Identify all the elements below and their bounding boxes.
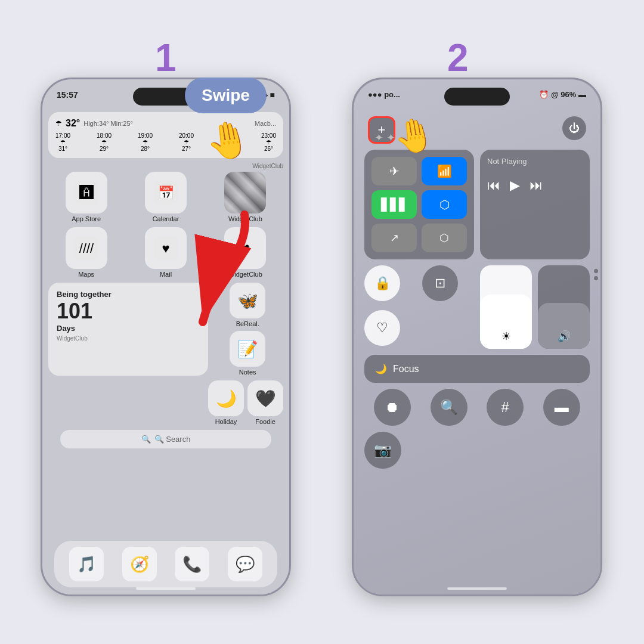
svg-text:♥: ♥ (241, 239, 250, 257)
weather-icon: ☂ (55, 119, 62, 128)
days-widget[interactable]: Being together 101 Days WidgetClub (48, 283, 208, 376)
hotspot-btn[interactable]: ⬡ (422, 224, 467, 252)
volume-icon: 🔊 (558, 330, 571, 343)
battery-btn[interactable]: ▬ (543, 389, 580, 426)
search-placeholder: 🔍 Search (154, 435, 191, 444)
dock-phone[interactable]: 📞 (175, 547, 209, 581)
hand-cursor-1: 🤚 (202, 116, 253, 165)
focus-btn[interactable]: 🌙 Focus (364, 355, 590, 383)
app-store-icon[interactable]: 🅰 (66, 172, 107, 213)
widgetclub-label-top: WidgetClub (48, 163, 283, 169)
bluetooth-btn[interactable]: ⬡ (422, 190, 467, 219)
svg-text:🅰: 🅰 (79, 184, 94, 200)
dock-music[interactable]: 🎵 (69, 547, 104, 581)
calendar-item[interactable]: 📅 Calendar (128, 172, 203, 222)
bereal-label: BeReal. (236, 320, 259, 327)
bereal-icon[interactable]: 🦋 (230, 283, 265, 318)
time-display: 15:57 (57, 90, 78, 100)
volume-slider[interactable]: 🔊 (538, 265, 590, 349)
search-icon: 🔍 (141, 435, 151, 444)
step-number-1: 1 (155, 36, 177, 80)
search-bar[interactable]: 🔍 🔍 Search (60, 430, 271, 448)
maps-label: Maps (78, 271, 94, 278)
cc-statusbar: ●●● po... ⏰ @ 96% ▬ (368, 90, 586, 99)
foodie-label: Foodie (255, 418, 275, 425)
days-text: Days (57, 324, 200, 333)
widgetclub-label2: WidgetClub (228, 271, 262, 278)
cc-battery: ⏰ @ 96% ▬ (539, 90, 586, 99)
widgetclub-item2[interactable]: ♥ WidgetClub (208, 227, 283, 278)
swipe-bubble: Swipe (185, 78, 267, 113)
cc-camera-row: 📷 (364, 432, 590, 469)
days-together-text: Being together (57, 290, 200, 299)
maps-item[interactable]: //// Maps (48, 227, 124, 278)
record-btn[interactable]: ⏺ (374, 389, 411, 426)
mail-icon[interactable]: ♥ (145, 227, 187, 269)
app-row-2: //// Maps ♥ Mail (48, 227, 283, 278)
airplane-btn[interactable]: ✈ (371, 157, 417, 185)
widgetclub-icon2[interactable]: ♥ (224, 227, 266, 269)
not-playing-label: Not Playing (487, 157, 583, 166)
focus-moon-icon: 🌙 (375, 363, 387, 374)
cellular-btn[interactable]: ▋▋▋ (371, 190, 417, 219)
phone2-screen: ●●● po... ⏰ @ 96% ▬ + ⏻ ✈ 📶 ▋▋▋ ⬡ (354, 79, 600, 595)
calendar-label: Calendar (153, 215, 179, 222)
foodie-icon[interactable]: 🖤 (247, 380, 283, 416)
notes-item[interactable]: 📝 Notes (212, 331, 283, 376)
phone-2: ●●● po... ⏰ @ 96% ▬ + ⏻ ✈ 📶 ▋▋▋ ⬡ (352, 78, 602, 596)
camera-btn[interactable]: 📷 (364, 432, 401, 469)
calculator-btn[interactable]: # (487, 389, 524, 426)
heart-btn[interactable]: ♡ (364, 310, 400, 346)
dock-safari[interactable]: 🧭 (122, 547, 157, 581)
mail-label: Mail (160, 271, 172, 278)
calendar-icon[interactable]: 📅 (145, 172, 187, 213)
svg-text:♥: ♥ (162, 241, 169, 256)
rotation-lock-btn[interactable]: 🔒 (364, 265, 400, 301)
holiday-item[interactable]: 🌙 Holiday (208, 380, 244, 425)
brightness-icon: ☀ (501, 330, 511, 343)
notes-label: Notes (239, 369, 256, 376)
power-btn-2[interactable] (600, 145, 602, 187)
wifi-btn[interactable]: 📶 (422, 157, 467, 185)
app-store-label: App Store (72, 215, 101, 222)
prev-btn[interactable]: ⏮ (487, 178, 500, 193)
dock-messages[interactable]: 💬 (228, 547, 262, 581)
cc-row2: 🔒 ⊡ ☀ 🔊 ♡ (364, 265, 590, 349)
days-row: Being together 101 Days WidgetClub 🦋 BeR… (48, 283, 283, 376)
bereal-item[interactable]: 🦋 BeReal. (212, 283, 283, 327)
app-store-item[interactable]: 🅰 App Store (48, 172, 124, 222)
connectivity-group: ✈ 📶 ▋▋▋ ⬡ ↗ ⬡ (364, 150, 474, 259)
cc-signal: ●●● po... (368, 90, 400, 99)
next-btn[interactable]: ⏭ (530, 178, 543, 193)
app-row-4: 🌙 Holiday 🖤 Foodie (48, 380, 283, 425)
brightness-slider[interactable]: ☀ (480, 265, 532, 349)
cc-bottom-row1: ⏺ 🔍 # ▬ (364, 389, 590, 426)
app-row-1: 🅰 App Store 📅 Calendar (48, 172, 283, 222)
weather-high-low: High:34° Min:25° (83, 120, 133, 127)
power-btn[interactable] (289, 145, 291, 187)
cc-controls: ✈ 📶 ▋▋▋ ⬡ ↗ ⬡ Not Playing ⏮ ▶ (364, 150, 590, 469)
step-number-2: 2 (447, 36, 469, 80)
airdrop-btn[interactable]: ↗ (371, 224, 417, 252)
widgetclub-marble-icon[interactable] (224, 172, 266, 213)
media-player: Not Playing ⏮ ▶ ⏭ (480, 150, 590, 259)
phone1-content: ☂ 32° High:34° Min:25° Macb... 17:00☂31°… (48, 112, 283, 589)
notes-icon[interactable]: 📝 (230, 331, 265, 367)
zoom-btn[interactable]: 🔍 (431, 389, 467, 426)
focus-label: Focus (393, 364, 419, 374)
svg-text:📅: 📅 (157, 185, 174, 201)
holiday-icon[interactable]: 🌙 (208, 380, 244, 416)
widgetclub-days-label: WidgetClub (57, 335, 200, 342)
maps-icon[interactable]: //// (66, 227, 107, 269)
widgetclub-marble-item[interactable]: WidgetClub (208, 172, 283, 222)
screen-mirror-btn[interactable]: ⊡ (422, 265, 458, 301)
svg-text:////: //// (79, 241, 94, 256)
play-btn[interactable]: ▶ (510, 178, 520, 193)
cc-power-btn[interactable]: ⏻ (562, 116, 586, 140)
mail-item[interactable]: ♥ Mail (128, 227, 203, 278)
days-number: 101 (57, 299, 200, 324)
holiday-label: Holiday (215, 418, 237, 425)
media-controls: ⏮ ▶ ⏭ (487, 178, 583, 193)
foodie-item[interactable]: 🖤 Foodie (247, 380, 283, 425)
macb-label: Macb... (255, 120, 276, 127)
